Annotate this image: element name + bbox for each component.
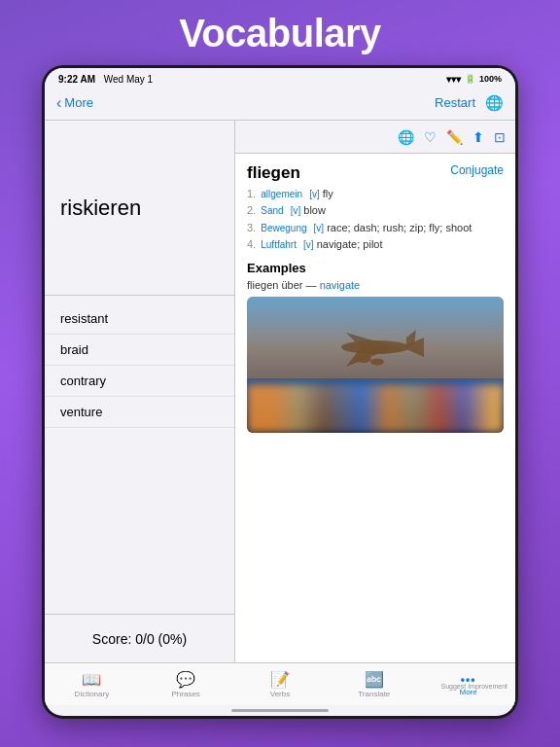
home-indicator	[231, 709, 329, 712]
tab-phrases[interactable]: 💬 Phrases	[139, 663, 233, 705]
definition-item: 4. Luftfahrt [v] navigate; pilot	[247, 237, 504, 252]
list-item[interactable]: contrary	[45, 366, 234, 397]
conjugate-button[interactable]: Conjugate	[450, 163, 504, 177]
globe-nav-icon[interactable]: 🌐	[485, 94, 504, 112]
restart-button[interactable]: Restart	[435, 95, 475, 110]
examples-section: Examples fliegen über — navigate	[247, 261, 504, 291]
action-icon[interactable]: ⊡	[494, 129, 506, 145]
device-screen: 9:22 AM Wed May 1 ▾▾▾ 🔋 100% ‹ More Rest…	[45, 68, 515, 716]
tab-phrases-label: Phrases	[172, 690, 200, 698]
list-item[interactable]: resistant	[45, 303, 234, 335]
definition-word: fliegen	[247, 163, 300, 183]
definition-item: 1. allgemein [v] fly	[247, 187, 504, 201]
tab-translate-label: Translate	[358, 690, 390, 698]
phrases-icon: 💬	[176, 670, 195, 689]
back-arrow-icon: ‹	[56, 94, 61, 112]
tab-dictionary-label: Dictionary	[75, 690, 110, 698]
edit-icon[interactable]: ✏️	[446, 129, 463, 145]
status-date: Wed May 1	[104, 74, 153, 85]
back-label[interactable]: More	[64, 95, 93, 110]
example-item: fliegen über — navigate	[247, 279, 504, 291]
heart-icon[interactable]: ♡	[424, 129, 437, 145]
left-panel: riskieren resistant braid contrary ventu…	[45, 121, 235, 662]
verbs-icon: 📝	[270, 670, 290, 689]
tab-verbs-label: Verbs	[270, 690, 290, 698]
tab-dictionary[interactable]: 📖 Dictionary	[45, 663, 139, 705]
list-item[interactable]: braid	[45, 335, 234, 366]
dictionary-icon: 📖	[82, 670, 101, 689]
word-header: fliegen Conjugate	[247, 163, 504, 183]
right-nav-bar: 🌐 ♡ ✏️ ⬆ ⊡	[235, 121, 515, 154]
right-content: fliegen Conjugate 1. allgemein [v] fly	[235, 154, 515, 662]
definition-item: 3. Bewegung [v] race; dash; rush; zip; f…	[247, 221, 504, 235]
examples-label: Examples	[247, 261, 504, 275]
word-list: resistant braid contrary venture	[45, 296, 234, 614]
page-title: Vocabulary	[179, 12, 381, 55]
back-button[interactable]: ‹ More	[56, 94, 93, 112]
translate-icon: 🔤	[365, 670, 384, 689]
suggest-improvement[interactable]: Suggest Improvement	[441, 683, 508, 690]
tab-verbs[interactable]: 📝 Verbs	[233, 663, 328, 705]
main-content: riskieren resistant braid contrary ventu…	[45, 121, 515, 662]
device-frame: 9:22 AM Wed May 1 ▾▾▾ 🔋 100% ‹ More Rest…	[42, 65, 518, 719]
battery-percent: 100%	[479, 74, 502, 84]
nav-bar: ‹ More Restart 🌐	[45, 88, 515, 121]
battery-icon: 🔋	[465, 74, 475, 84]
main-word: riskieren	[60, 196, 141, 221]
bokeh-lights	[247, 384, 504, 433]
definition-list: 1. allgemein [v] fly 2. Sand [v]	[247, 187, 504, 253]
share-icon[interactable]: ⬆	[472, 129, 484, 145]
globe-icon[interactable]: 🌐	[398, 129, 414, 145]
definition-item: 2. Sand [v] blow	[247, 203, 504, 218]
right-side: 🌐 ♡ ✏️ ⬆ ⊡ fliegen Conjugate 1. al	[235, 121, 515, 662]
word-image	[247, 297, 504, 433]
tab-translate[interactable]: 🔤 Translate	[327, 663, 421, 705]
status-bar: 9:22 AM Wed May 1 ▾▾▾ 🔋 100%	[45, 68, 515, 88]
tab-bar: 📖 Dictionary 💬 Phrases 📝 Verbs 🔤 Transla…	[45, 662, 515, 705]
score-display: Score: 0/0 (0%)	[45, 614, 234, 662]
list-item[interactable]: venture	[45, 397, 234, 428]
wifi-icon: ▾▾▾	[446, 74, 461, 85]
status-time: 9:22 AM	[58, 74, 95, 85]
word-display-area: riskieren	[45, 121, 234, 296]
